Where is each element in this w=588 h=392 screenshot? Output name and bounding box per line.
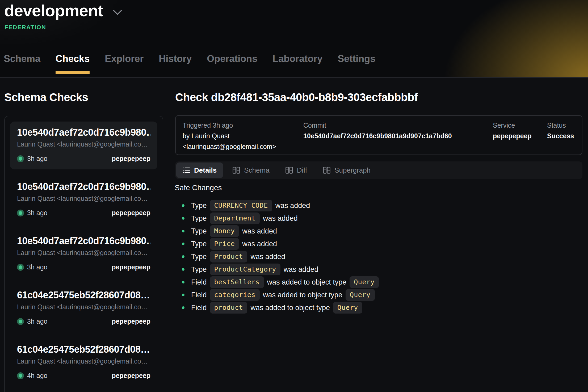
- nav-tab-schema[interactable]: Schema: [4, 53, 40, 74]
- detail-tab-supergraph[interactable]: Supergraph: [317, 162, 377, 178]
- check-list-item[interactable]: 10e540d7aef72c0d716c9b980…Laurin Quast <…: [10, 176, 157, 224]
- change-name-chip: Product: [210, 251, 247, 262]
- meta-service-value: pepepepeep: [493, 131, 547, 141]
- change-kind: Type: [191, 214, 207, 223]
- meta-status-value: Success: [547, 131, 575, 141]
- change-target-chip: Query: [333, 302, 362, 314]
- check-item-footer: 3h agopepepepeep: [17, 263, 150, 271]
- meta-triggered: Triggered 3h ago by Laurin Quast <laurin…: [183, 120, 303, 155]
- meta-status-label: Status: [547, 120, 575, 131]
- change-name-chip: Money: [210, 225, 239, 237]
- change-kind: Field: [191, 304, 207, 312]
- nav-tab-operations[interactable]: Operations: [207, 53, 257, 74]
- nav-tab-laboratory[interactable]: Laboratory: [272, 53, 322, 74]
- bullet-icon: [175, 204, 191, 207]
- change-name-chip: categories: [210, 289, 260, 301]
- change-row: TypeProductCategorywas added: [175, 263, 382, 276]
- detail-tabs: DetailsSchemaDiffSupergraph: [175, 161, 582, 179]
- meta-status: Status Success: [547, 120, 575, 155]
- check-item-service: pepepepeep: [112, 155, 150, 162]
- bullet-icon: [175, 294, 191, 296]
- detail-tab-details[interactable]: Details: [176, 162, 223, 178]
- detail-tab-label: Supergraph: [334, 166, 371, 174]
- bullet-icon: [175, 230, 191, 232]
- change-kind: Field: [191, 278, 207, 286]
- nav-tab-explorer[interactable]: Explorer: [105, 53, 144, 74]
- meta-triggered-author: by Laurin Quast: [183, 131, 303, 141]
- detail-tab-label: Details: [194, 166, 217, 174]
- main-content: Schema Checks 10e540d7aef72c0d716c9b980……: [0, 78, 588, 392]
- change-row: TypeMoneywas added: [175, 225, 382, 237]
- page-header: development FEDERATION SchemaChecksExplo…: [0, 0, 588, 78]
- nav-tab-history[interactable]: History: [159, 53, 192, 74]
- check-item-footer: 4h agopepepepeep: [17, 372, 150, 380]
- check-list-item[interactable]: 10e540d7aef72c0d716c9b980…Laurin Quast <…: [10, 230, 157, 278]
- check-item-footer: 3h agopepepepeep: [17, 155, 150, 162]
- check-item-service: pepepepeep: [112, 318, 150, 325]
- change-suffix: was added: [242, 227, 277, 235]
- change-target-chip: Query: [350, 276, 379, 288]
- meta-commit-hash: 10e540d7aef72c0d716c9b9801a9d907c1a7bd60: [303, 131, 493, 141]
- change-name-chip: product: [210, 302, 247, 314]
- detail-tab-label: Diff: [297, 166, 307, 174]
- change-suffix: was added: [284, 265, 318, 274]
- change-suffix: was added to object type: [267, 278, 347, 286]
- checks-list: 10e540d7aef72c0d716c9b980…Laurin Quast <…: [4, 116, 163, 392]
- checks-list-title: Schema Checks: [4, 91, 88, 104]
- change-suffix: was added: [250, 253, 285, 261]
- project-selector[interactable]: development: [4, 1, 122, 20]
- check-item-time: 3h ago: [27, 209, 47, 217]
- meta-commit: Commit 10e540d7aef72c0d716c9b9801a9d907c…: [303, 120, 493, 155]
- change-suffix: was added to object type: [250, 304, 330, 312]
- check-list-item[interactable]: 61c04e25475eb52f28607d08…Laurin Quast <l…: [10, 284, 157, 332]
- project-title: development: [4, 1, 103, 20]
- check-list-item[interactable]: 61c04e25475eb52f28607d08…Laurin Quast <l…: [10, 339, 157, 386]
- meta-triggered-email: <laurinquast@googlemail.com>: [183, 141, 303, 152]
- change-kind: Type: [191, 253, 207, 261]
- check-item-author: Laurin Quast <laurinquast@googlemail.co…: [17, 357, 150, 365]
- columns-icon: [285, 167, 293, 174]
- change-row: TypePricewas added: [175, 237, 382, 250]
- change-row: Fieldcategorieswas added to object typeQ…: [175, 289, 382, 301]
- nav-tab-checks[interactable]: Checks: [56, 53, 90, 74]
- check-item-footer: 3h agopepepepeep: [17, 318, 150, 325]
- main-nav: SchemaChecksExplorerHistoryOperationsLab…: [4, 53, 375, 74]
- check-item-service: pepepepeep: [112, 263, 150, 271]
- chevron-down-icon[interactable]: [113, 10, 122, 15]
- bullet-icon: [175, 255, 191, 258]
- columns-icon: [323, 167, 330, 174]
- check-item-time: 4h ago: [27, 372, 47, 380]
- check-item-hash: 61c04e25475eb52f28607d08…: [17, 344, 150, 355]
- status-dot-icon: [17, 210, 24, 216]
- bullet-icon: [175, 217, 191, 220]
- check-item-author: Laurin Quast <laurinquast@googlemail.co…: [17, 140, 150, 148]
- detail-tab-diff[interactable]: Diff: [279, 162, 314, 178]
- detail-tab-label: Schema: [244, 166, 269, 174]
- nav-tab-settings[interactable]: Settings: [338, 53, 375, 74]
- bullet-icon: [175, 306, 191, 309]
- check-title: Check db28f481-35aa-40b0-b8b9-303ecfabbb…: [175, 91, 418, 104]
- bullet-icon: [175, 281, 191, 283]
- check-item-time: 3h ago: [27, 318, 47, 325]
- change-kind: Type: [191, 202, 207, 210]
- detail-tab-schema[interactable]: Schema: [226, 162, 276, 178]
- list-icon: [183, 167, 190, 174]
- change-row: Fieldproductwas added to object typeQuer…: [175, 301, 382, 314]
- status-dot-icon: [17, 372, 24, 379]
- meta-commit-label: Commit: [303, 120, 493, 131]
- change-row: TypeProductwas added: [175, 250, 382, 263]
- check-list-item[interactable]: 10e540d7aef72c0d716c9b980…Laurin Quast <…: [10, 122, 157, 169]
- check-item-hash: 61c04e25475eb52f28607d08…: [17, 290, 150, 301]
- change-name-chip: Price: [210, 238, 239, 250]
- project-type-badge: FEDERATION: [5, 24, 46, 31]
- change-kind: Type: [191, 227, 207, 235]
- change-row: FieldbestSellerswas added to object type…: [175, 276, 382, 289]
- check-item-hash: 10e540d7aef72c0d716c9b980…: [17, 127, 150, 138]
- app-root: development FEDERATION SchemaChecksExplo…: [0, 0, 588, 392]
- check-item-author: Laurin Quast <laurinquast@googlemail.co…: [17, 195, 150, 202]
- status-dot-icon: [17, 318, 24, 325]
- change-kind: Type: [191, 265, 207, 274]
- check-item-time: 3h ago: [27, 155, 47, 162]
- check-item-service: pepepepeep: [112, 372, 150, 380]
- check-item-author: Laurin Quast <laurinquast@googlemail.co…: [17, 249, 150, 257]
